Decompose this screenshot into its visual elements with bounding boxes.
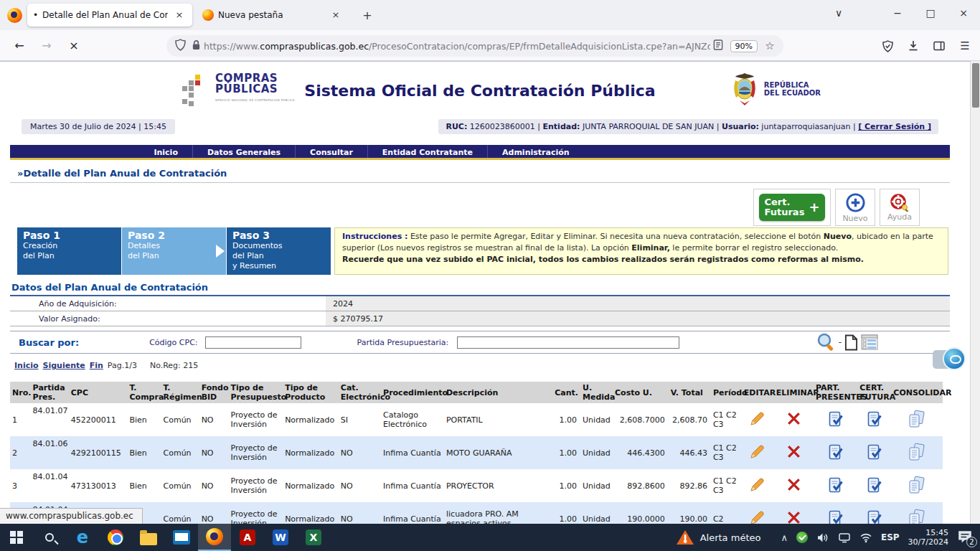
taskbar-acrobat-button[interactable]: A [231,524,264,551]
search-button-icon[interactable] [816,333,836,352]
taskbar-explorer-button[interactable] [132,524,165,551]
part-presentes-button[interactable] [829,486,843,495]
plus-icon [809,202,819,212]
cell-cant: 1.00 [552,436,580,469]
consolidar-button[interactable] [908,454,926,463]
cast-device-icon[interactable] [838,532,851,543]
window-maximize-button[interactable] [914,0,947,26]
menu-item-consultar[interactable]: Consultar [295,145,367,158]
antivirus-tray-icon[interactable] [796,532,808,543]
step-3[interactable]: Paso 3 Documentos del Plan y Resumen [227,227,331,275]
window-close-button[interactable] [947,0,980,26]
weather-widget[interactable]: Alerta méteo [676,529,761,546]
cert-futura-button[interactable] [867,420,882,429]
new-tab-button[interactable] [359,7,376,24]
sidebar-panel-icon[interactable] [931,38,947,54]
ayuda-button[interactable]: Ayuda [880,189,920,226]
taskbar-firefox-button-active[interactable] [198,524,231,551]
record-count: No.Reg: 215 [150,361,198,370]
consolidar-button[interactable] [908,421,926,430]
browser-tab-newtab[interactable]: Nueva pestaña [197,4,349,27]
cert-futura-button[interactable] [867,519,882,524]
menu-item-administracion[interactable]: Administración [487,145,584,158]
republic-text-line2: DEL ECUADOR [764,89,821,97]
firefox-app-icon[interactable] [7,8,22,23]
cert-futura-button[interactable] [867,453,882,462]
list-all-tabs-icon[interactable] [822,0,855,26]
taskbar-excel-button[interactable]: X [297,524,330,551]
address-bar[interactable]: https://www.compraspublicas.gob.ec/Proce… [166,35,783,57]
window-minimize-button[interactable] [881,0,914,26]
cert-futura-button[interactable] [867,486,882,495]
browser-tab-active[interactable]: Detalle del Plan Anual de Contr [27,4,192,27]
step-1[interactable]: Paso 1 Creación del Plan [17,227,121,275]
taskbar-search-button[interactable] [33,524,66,551]
stop-loading-button[interactable] [63,35,85,57]
widget-eye-icon [943,347,966,370]
edit-button[interactable] [750,452,765,461]
taskbar-edge-button[interactable]: e [66,524,99,551]
pagination-inicio-link[interactable]: Inicio [14,361,39,370]
cell-tipo-presupuesto: Proyecto de Inversión [229,403,283,436]
mail-icon [173,530,190,545]
start-button[interactable] [0,524,33,551]
downloads-icon[interactable] [905,38,921,54]
tab-close-icon[interactable] [172,8,187,22]
lock-icon[interactable] [188,39,204,53]
cpc-input[interactable] [205,336,301,349]
cell-costo-u: 190.0000 [613,502,669,524]
floating-assistant-widget[interactable] [933,347,966,372]
partida-input[interactable] [457,336,679,349]
delete-button[interactable] [788,484,800,493]
tab-close-icon[interactable] [329,8,343,22]
taskbar-outlook-button[interactable] [165,524,198,551]
language-indicator[interactable]: ESP [881,532,900,542]
edit-button[interactable] [750,485,765,494]
zoom-level-badge[interactable]: 90% [730,40,758,52]
reader-mode-icon[interactable] [710,39,726,53]
part-presentes-button[interactable] [829,453,843,462]
page-scrollbar[interactable] [970,61,980,524]
delete-button[interactable] [788,418,800,427]
taskbar-chrome-button[interactable] [99,524,132,551]
search-title: Buscar por: [19,337,79,348]
menu-item-datos-generales[interactable]: Datos Generales [192,145,295,158]
pagination-fin-link[interactable]: Fin [90,361,103,370]
nuevo-button[interactable]: Nuevo [835,189,875,226]
notification-badge: 2 [966,537,977,547]
delete-button[interactable] [788,517,800,524]
list-view-icon[interactable] [861,334,878,350]
taskbar-clock[interactable]: 15:45 30/7/2024 [908,528,948,547]
scrollbar-thumb[interactable] [972,63,979,108]
consolidar-button[interactable] [908,487,926,496]
tray-expand-icon[interactable] [781,532,788,543]
instructions-warning: Recuerde que una vez subido el PAC inici… [342,255,864,264]
notification-center-button[interactable]: 2 [957,529,974,545]
column-header: Partida Pres. [31,382,69,403]
logout-link[interactable]: [ Cerrar Sesión ] [858,122,931,131]
back-button[interactable] [9,35,30,57]
menu-item-inicio[interactable]: Inicio [139,145,192,158]
new-document-icon[interactable] [844,334,858,351]
cert-futuras-button[interactable]: Cert. Futuras [753,189,831,226]
delete-button[interactable] [788,451,800,460]
cell-cert-futura [857,403,891,436]
forward-button[interactable] [36,35,57,57]
hamburger-menu-icon[interactable] [957,38,973,54]
part-presentes-button[interactable] [829,519,843,524]
firefox-account-shield-icon[interactable] [880,38,895,54]
volume-icon[interactable] [816,532,829,543]
menu-item-entidad-contratante[interactable]: Entidad Contratante [367,145,487,158]
tracking-shield-icon[interactable] [172,39,188,54]
pagination-siguiente-link[interactable]: Siguiente [43,361,85,370]
cell-procedimiento: Infima Cuantía [381,502,444,524]
bookmark-star-icon[interactable] [762,39,778,52]
part-presentes-button[interactable] [829,420,843,429]
cell-periodo: C1 C2 C3 [711,436,742,469]
edit-button[interactable] [750,419,765,428]
edit-button[interactable] [750,518,765,524]
help-lifebuoy-icon [890,193,910,212]
step-2-active[interactable]: Paso 2 Detalles del Plan [122,227,226,275]
taskbar-word-button[interactable]: W [264,524,297,551]
wifi-icon[interactable] [859,532,872,543]
